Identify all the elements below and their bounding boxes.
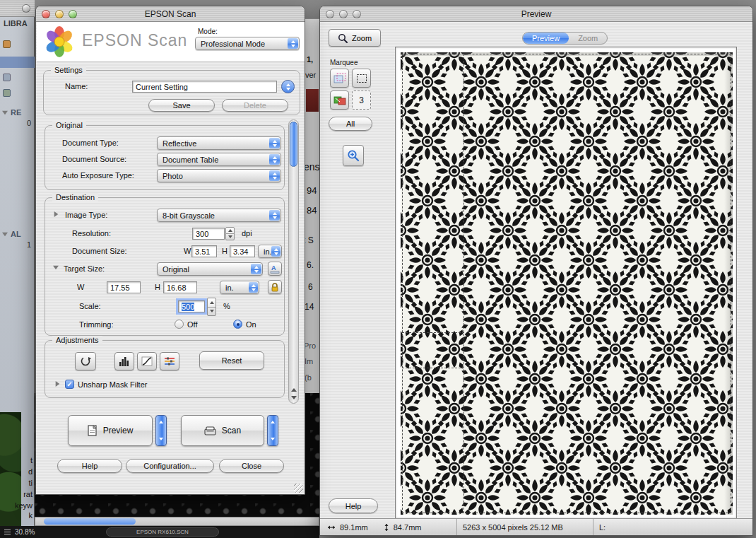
trimming-on-label: On bbox=[246, 320, 256, 329]
scan-scrollbar-thumb[interactable] bbox=[290, 122, 297, 167]
trimming-on-radio[interactable] bbox=[233, 320, 242, 329]
tab-preview[interactable]: Preview bbox=[523, 33, 569, 44]
zoom-window-icon[interactable] bbox=[353, 10, 361, 18]
popup-arrows-icon bbox=[269, 210, 280, 221]
preview-help-button[interactable]: Help bbox=[329, 498, 378, 513]
sidebar-selected-row[interactable] bbox=[0, 57, 35, 68]
scale-value: 500 bbox=[182, 303, 194, 311]
zoom-button[interactable]: Zoom bbox=[329, 29, 381, 47]
help-button[interactable]: Help bbox=[57, 459, 122, 473]
target-size-options-button[interactable]: A bbox=[268, 262, 282, 276]
a-ruler-icon: A bbox=[270, 264, 280, 274]
close-icon[interactable] bbox=[326, 10, 334, 18]
histogram-button[interactable] bbox=[114, 352, 134, 370]
close-icon[interactable] bbox=[42, 10, 50, 18]
marquee-icon bbox=[356, 74, 367, 83]
marquee-selection-all[interactable] bbox=[402, 54, 731, 513]
target-unit-popup[interactable]: in. bbox=[220, 281, 259, 294]
auto-exposure-popup[interactable]: Photo bbox=[157, 169, 281, 182]
lock-button[interactable] bbox=[268, 280, 282, 294]
resize-grip[interactable] bbox=[294, 484, 303, 493]
marquee-button[interactable] bbox=[352, 69, 371, 88]
document-type-popup[interactable]: Reflective bbox=[157, 136, 281, 150]
settings-list-button[interactable] bbox=[281, 80, 295, 93]
sidebar-albums-row: AL bbox=[1, 230, 21, 238]
sidebar-recent-label[interactable]: RE bbox=[11, 108, 21, 117]
target-height-field[interactable]: 16.68 bbox=[163, 281, 197, 293]
tone-correction-button[interactable] bbox=[137, 352, 157, 370]
background-hscrollbar[interactable] bbox=[35, 517, 319, 526]
zoom-window-icon[interactable] bbox=[69, 10, 77, 18]
scan-options-stepper[interactable] bbox=[267, 415, 278, 446]
auto-exposure-button[interactable] bbox=[75, 352, 96, 370]
preview-window-titlebar[interactable]: Preview bbox=[320, 6, 752, 22]
original-group: Original Document Type: Reflective Docum… bbox=[45, 125, 285, 190]
minimize-icon[interactable] bbox=[55, 10, 64, 18]
resolution-stepper[interactable] bbox=[225, 227, 235, 240]
configuration-button[interactable]: Configuration... bbox=[126, 459, 214, 473]
image-adjustment-button[interactable] bbox=[160, 352, 179, 370]
disclosure-triangle-icon[interactable] bbox=[56, 381, 60, 387]
minimize-icon[interactable] bbox=[339, 10, 348, 18]
sidebar-albums-label[interactable]: AL bbox=[11, 230, 21, 238]
adjustments-group: Adjustments bbox=[45, 340, 285, 398]
auto-exposure-icon bbox=[79, 356, 92, 367]
close-button[interactable]: Close bbox=[219, 459, 284, 473]
disclosure-triangle-icon[interactable] bbox=[53, 266, 59, 270]
popup-arrows-icon bbox=[269, 138, 280, 148]
trimming-off-label: Off bbox=[187, 320, 197, 329]
info-label: keyw bbox=[11, 501, 33, 510]
traffic-light-icon[interactable] bbox=[22, 4, 30, 13]
all-marquee-button[interactable]: All bbox=[329, 117, 372, 131]
info-label: rat bbox=[16, 490, 33, 498]
target-size-popup[interactable]: Original bbox=[157, 262, 263, 276]
bg-fragment: 6 bbox=[308, 282, 313, 292]
zoom-in-button[interactable] bbox=[343, 145, 364, 166]
disclosure-triangle-icon[interactable] bbox=[54, 211, 59, 217]
target-width-field[interactable]: 17.55 bbox=[107, 281, 141, 293]
bg-file-popup[interactable]: EPSON RX610.SCN bbox=[106, 527, 219, 537]
scale-stepper[interactable] bbox=[207, 298, 216, 316]
hscroll-thumb[interactable] bbox=[44, 518, 136, 525]
doc-height-field[interactable]: 3.34 bbox=[230, 245, 255, 257]
duplicate-marquee-button[interactable] bbox=[330, 69, 349, 88]
close-button-label: Close bbox=[242, 462, 261, 470]
marquee-selection-border[interactable] bbox=[463, 54, 464, 513]
disclosure-triangle-icon[interactable] bbox=[2, 232, 8, 236]
unsharp-label: Unsharp Mask Filter bbox=[78, 380, 147, 389]
unsharp-checkbox[interactable]: ✓ bbox=[65, 380, 74, 389]
scroll-up-icon[interactable] bbox=[291, 388, 297, 392]
scale-field[interactable]: 500 bbox=[178, 300, 205, 312]
image-type-popup[interactable]: 8-bit Grayscale bbox=[157, 209, 281, 222]
popup-arrows-icon bbox=[271, 246, 280, 257]
doc-width-field[interactable]: 3.51 bbox=[191, 245, 217, 257]
histogram-icon bbox=[119, 356, 130, 366]
setting-name-field[interactable]: Current Setting bbox=[132, 81, 277, 93]
tab-zoom[interactable]: Zoom bbox=[569, 33, 607, 44]
preview-canvas[interactable] bbox=[395, 47, 737, 519]
save-button[interactable]: Save bbox=[148, 99, 215, 112]
grid-icon[interactable] bbox=[4, 530, 11, 534]
status-l-label: L: bbox=[593, 523, 606, 532]
marquee-selection-edge[interactable] bbox=[402, 332, 464, 333]
reset-button[interactable]: Reset bbox=[199, 351, 264, 370]
scanned-image-area[interactable] bbox=[401, 52, 733, 515]
disclosure-triangle-icon[interactable] bbox=[2, 110, 8, 115]
scroll-down-icon[interactable] bbox=[291, 396, 297, 399]
preview-button[interactable]: Preview bbox=[68, 415, 153, 446]
scan-scrollbar[interactable] bbox=[288, 119, 299, 404]
doc-unit-popup[interactable]: in. bbox=[258, 245, 282, 258]
trimming-off-radio[interactable] bbox=[175, 320, 184, 329]
scan-button[interactable]: Scan bbox=[181, 415, 264, 446]
preview-options-stepper[interactable] bbox=[155, 415, 167, 446]
status-height: 84.7mm bbox=[394, 523, 422, 532]
mode-popup[interactable]: Professional Mode bbox=[195, 37, 300, 50]
scan-window-titlebar[interactable]: EPSON Scan bbox=[36, 6, 305, 22]
marquee-selection-edge[interactable] bbox=[402, 368, 464, 368]
bg-fragment: Im bbox=[305, 357, 313, 366]
resolution-field[interactable]: 300 bbox=[192, 228, 225, 240]
delete-marquee-button[interactable] bbox=[330, 90, 349, 110]
image-type-label: Image Type: bbox=[65, 211, 107, 219]
document-source-popup[interactable]: Document Table bbox=[157, 153, 281, 166]
delete-button[interactable]: Delete bbox=[222, 99, 288, 112]
